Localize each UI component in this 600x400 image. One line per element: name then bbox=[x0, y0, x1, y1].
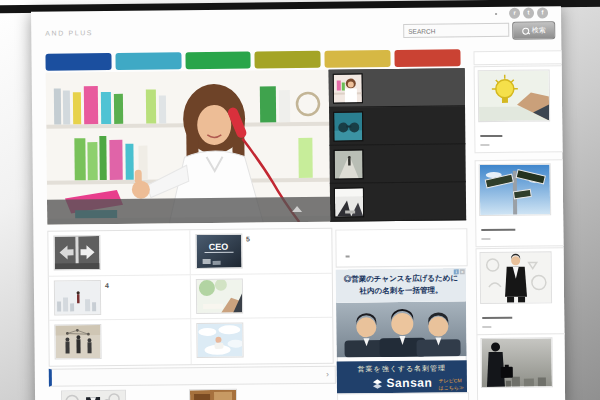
article-grid: CEO 5 4 bbox=[47, 228, 333, 367]
ad-brand-name: Sansan bbox=[387, 376, 433, 390]
sidebar-item-title-line bbox=[482, 317, 512, 319]
business-meeting-thumb bbox=[335, 188, 363, 216]
network-team-thumb bbox=[55, 325, 100, 358]
idea-bulb-hand-image bbox=[479, 70, 550, 121]
article-count: 4 bbox=[105, 282, 109, 315]
nav-item-4[interactable] bbox=[255, 51, 321, 69]
nav-item-2[interactable] bbox=[115, 52, 181, 70]
footer-article-sepia-thumb[interactable] bbox=[190, 390, 236, 400]
video-item-business-meeting[interactable] bbox=[330, 182, 466, 221]
ad-cta[interactable]: テレビCM はこちら≫ bbox=[438, 377, 464, 391]
briefcase-businessman-image bbox=[481, 338, 551, 387]
video-item-office-woman[interactable] bbox=[329, 68, 465, 107]
glasses-thumb bbox=[334, 112, 362, 140]
section-more-arrow[interactable]: › bbox=[326, 370, 329, 379]
nav-item-1[interactable] bbox=[45, 53, 111, 71]
page: AND PLUS r t f 検索 bbox=[31, 6, 565, 400]
article-item-cloud-woman[interactable] bbox=[191, 318, 333, 364]
search-icon bbox=[522, 27, 529, 34]
three-businessmen-photo bbox=[336, 301, 467, 357]
twitter-icon[interactable]: t bbox=[523, 8, 534, 19]
sidebar-item-doodle-suit-man[interactable] bbox=[476, 247, 566, 335]
footer-article-doodle-man-thumb[interactable] bbox=[62, 391, 125, 400]
hero-featured-image[interactable] bbox=[46, 70, 331, 225]
widget-dash bbox=[346, 255, 350, 257]
writing-outdoors-thumb bbox=[196, 279, 241, 312]
sidebar-item-date-line bbox=[481, 238, 490, 240]
road-figure-thumb bbox=[334, 150, 362, 178]
sidebar-header-box bbox=[473, 50, 563, 65]
main-nav bbox=[45, 49, 460, 70]
doodle-suit-man-image bbox=[481, 252, 552, 303]
article-item-ceo[interactable]: CEO 5 bbox=[190, 229, 332, 275]
caption-arrow-icon[interactable] bbox=[292, 206, 302, 212]
article-item-city-figure[interactable]: 4 bbox=[49, 275, 191, 321]
video-item-glasses[interactable] bbox=[329, 106, 465, 145]
article-item-network-team[interactable] bbox=[49, 319, 191, 365]
sansan-logo-icon bbox=[372, 378, 383, 389]
facebook-icon[interactable]: f bbox=[537, 7, 548, 18]
arrows-choice-thumb bbox=[54, 236, 99, 269]
ad-slogan: 営業を強くする名刺管理 bbox=[337, 360, 467, 374]
site-logo[interactable]: AND PLUS bbox=[45, 29, 93, 37]
article-item-arrows[interactable] bbox=[48, 230, 190, 276]
work-life-balance-signpost-image bbox=[480, 164, 551, 215]
adchoices-info-icon[interactable]: i bbox=[454, 269, 459, 274]
video-carousel-panel bbox=[329, 68, 467, 221]
cloud-woman-thumb bbox=[197, 324, 242, 357]
like-box-title: Like Box bbox=[338, 393, 468, 400]
hero-caption-bar bbox=[47, 197, 330, 225]
ceo-thumb: CEO bbox=[196, 235, 241, 268]
ad-headline: i × ◎営業のチャンスを広げるために 社内の名刺を一括管理。 bbox=[336, 268, 466, 302]
sidebar-item-idea-bulb[interactable] bbox=[474, 65, 565, 153]
article-item-writing-outdoors[interactable] bbox=[190, 273, 332, 319]
rss-icon[interactable]: r bbox=[509, 8, 520, 19]
city-figure-thumb bbox=[55, 281, 100, 314]
nav-item-3[interactable] bbox=[185, 52, 251, 70]
sidebar-item-title-line bbox=[480, 135, 502, 137]
search-input[interactable] bbox=[403, 23, 509, 38]
ad-headline-line1: ◎営業のチャンスを広げるために bbox=[336, 272, 466, 285]
sidebar-item-date-line bbox=[480, 144, 489, 146]
sidebar-item-title-line bbox=[481, 229, 515, 231]
section-header: › bbox=[49, 366, 336, 387]
like-box-widget: Like Box bbox=[337, 392, 469, 400]
nav-item-6[interactable] bbox=[395, 49, 461, 67]
office-woman-thumb bbox=[334, 74, 362, 102]
nav-item-5[interactable] bbox=[325, 50, 391, 68]
svg-text:CEO: CEO bbox=[208, 242, 228, 252]
ad-headline-line2: 社内の名刺を一括管理。 bbox=[336, 284, 466, 297]
sidebar-item-work-life-balance[interactable] bbox=[475, 159, 566, 247]
sidebar-item-date-line bbox=[482, 326, 491, 328]
bullet-dot bbox=[495, 13, 497, 15]
search-button[interactable]: 検索 bbox=[512, 21, 555, 39]
sidebar-item-briefcase-businessman[interactable]: 6 bbox=[476, 333, 565, 400]
adchoices-close-icon[interactable]: × bbox=[460, 269, 465, 274]
sansan-ad-banner[interactable]: i × ◎営業のチャンスを広げるために 社内の名刺を一括管理。 bbox=[336, 268, 467, 390]
social-links: r t f bbox=[509, 7, 548, 18]
search-button-label: 検索 bbox=[532, 25, 546, 35]
scene: AND PLUS r t f 検索 bbox=[0, 0, 600, 400]
adchoices-icon[interactable]: i × bbox=[454, 269, 465, 274]
video-item-road-figure[interactable] bbox=[329, 144, 465, 183]
empty-widget-box bbox=[335, 228, 467, 267]
article-count: 5 bbox=[246, 236, 250, 269]
